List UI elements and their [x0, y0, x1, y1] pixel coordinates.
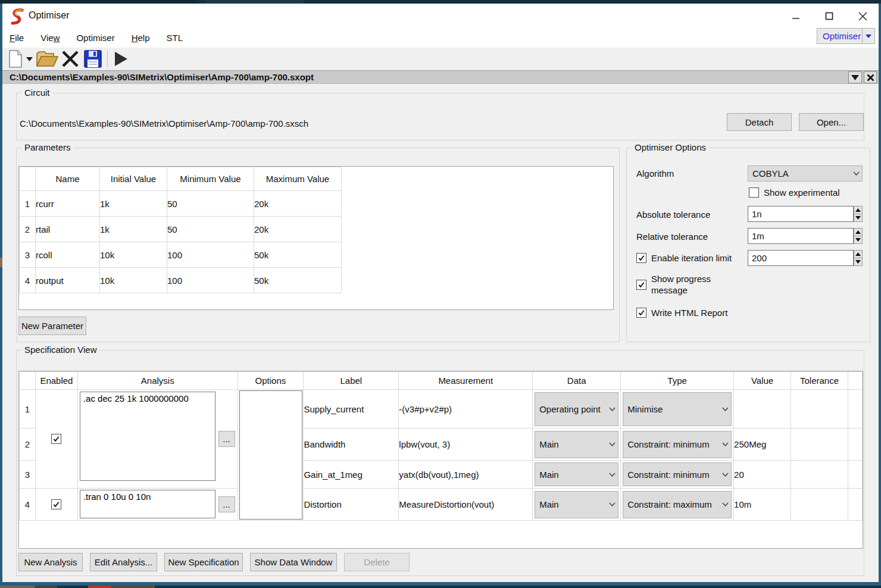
param-name-cell[interactable]: rtail [36, 217, 100, 242]
spec-col-type: Type [621, 372, 734, 390]
data-dropdown[interactable]: Main [535, 462, 618, 486]
type-dropdown[interactable]: Minimise [623, 392, 732, 426]
param-initial-cell[interactable]: 10k [100, 242, 167, 268]
show-experimental-checkbox[interactable] [749, 187, 759, 198]
param-name-cell[interactable]: rcurr [36, 191, 100, 217]
absolute-tolerance-input[interactable] [748, 206, 854, 222]
absolute-tolerance-spinner[interactable] [854, 206, 863, 222]
new-file-button[interactable] [7, 49, 24, 68]
spec-label-cell[interactable]: Bandwidth [304, 429, 399, 461]
param-min-cell[interactable]: 100 [167, 268, 254, 293]
param-max-cell[interactable]: 20k [254, 217, 342, 242]
toolbar-separator [107, 51, 108, 67]
spin-up-icon[interactable] [854, 206, 863, 214]
spec-measurement-cell[interactable]: lpbw(vout, 3) [399, 429, 533, 461]
show-data-window-button[interactable]: Show Data Window [250, 553, 337, 571]
analysis2-textarea[interactable]: .tran 0 10u 0 10n [80, 490, 215, 518]
detach-button[interactable]: Detach [727, 113, 792, 131]
param-max-cell[interactable]: 20k [254, 191, 342, 217]
open-circuit-button[interactable]: Open... [799, 113, 864, 131]
maximize-icon [824, 11, 834, 21]
spec-tolerance-cell[interactable] [791, 429, 848, 461]
algorithm-dropdown[interactable]: COBYLA [748, 165, 863, 182]
param-initial-cell[interactable]: 1k [100, 217, 167, 242]
data-dropdown[interactable]: Operating point [535, 392, 618, 426]
data-dropdown[interactable]: Main [535, 431, 618, 458]
maximize-button[interactable] [824, 11, 835, 21]
close-button[interactable] [857, 11, 868, 21]
relative-tolerance-spinner[interactable] [854, 228, 863, 244]
menu-optimiser[interactable]: Optimiser [76, 33, 114, 43]
spec-value-cell[interactable]: 250Meg [734, 429, 791, 461]
param-max-cell[interactable]: 50k [254, 242, 342, 268]
spec-tolerance-cell[interactable] [791, 489, 848, 521]
spec-measurement-cell[interactable]: yatx(db(vout),1meg) [399, 461, 533, 489]
delete-button[interactable] [60, 49, 80, 68]
data-dropdown[interactable]: Main [535, 491, 618, 518]
absolute-tolerance-label: Absolute tolerance [636, 209, 710, 220]
param-name-cell[interactable]: routput [36, 268, 100, 293]
analysis1-enabled-checkbox[interactable] [51, 434, 61, 444]
spec-label-cell[interactable]: Gain_at_1meg [304, 461, 399, 489]
menu-view[interactable]: View [40, 33, 60, 43]
new-parameter-button[interactable]: New Parameter [18, 317, 86, 335]
open-button[interactable] [35, 49, 59, 68]
window-selector-combo[interactable]: Optimiser [817, 28, 875, 44]
chevron-down-icon [606, 442, 618, 446]
spin-down-icon[interactable] [854, 236, 863, 244]
new-file-dropdown-button[interactable] [25, 49, 33, 68]
spec-label-cell[interactable]: Supply_current [304, 390, 399, 429]
iteration-limit-checkbox[interactable] [636, 253, 646, 263]
edit-analysis-button[interactable]: Edit Analysis... [90, 553, 157, 571]
spin-down-icon[interactable] [854, 258, 863, 266]
options-box[interactable] [239, 390, 302, 520]
param-name-cell[interactable]: rcoll [36, 242, 100, 268]
spec-value-cell[interactable] [734, 390, 791, 429]
menu-stl[interactable]: STL [167, 33, 183, 43]
analysis1-browse-button[interactable]: ... [218, 431, 235, 447]
param-initial-cell[interactable]: 10k [100, 268, 167, 293]
minimize-button[interactable] [791, 11, 801, 21]
param-min-cell[interactable]: 50 [167, 191, 254, 217]
document-close-button[interactable] [864, 71, 877, 83]
iteration-limit-spinner[interactable] [854, 250, 863, 266]
show-progress-checkbox[interactable] [636, 280, 646, 290]
param-min-cell[interactable]: 100 [167, 242, 254, 268]
iteration-limit-input[interactable] [748, 250, 854, 266]
type-dropdown[interactable]: Constraint: minimum [623, 431, 732, 458]
write-html-checkbox[interactable] [636, 308, 646, 318]
param-initial-cell[interactable]: 1k [100, 191, 167, 217]
new-specification-button[interactable]: New Specification [164, 553, 243, 571]
save-button[interactable] [83, 49, 103, 68]
document-restore-button[interactable] [848, 71, 862, 83]
analysis2-browse-button[interactable]: ... [218, 496, 235, 512]
menu-file[interactable]: File [10, 33, 24, 43]
spin-down-icon[interactable] [854, 214, 863, 222]
spec-tolerance-cell[interactable] [791, 390, 848, 429]
spin-up-icon[interactable] [854, 228, 863, 236]
save-floppy-icon [84, 50, 102, 68]
spec-value-cell[interactable]: 20 [734, 461, 791, 489]
spec-data-cell: Operating point [533, 390, 621, 429]
new-analysis-button[interactable]: New Analysis [18, 553, 83, 571]
analysis1-textarea[interactable]: .ac dec 25 1k 1000000000 [80, 392, 215, 481]
show-experimental-label: Show experimental [764, 187, 840, 198]
spec-type-cell: Constraint: minimum [621, 429, 734, 461]
spec-tolerance-cell[interactable] [791, 461, 848, 489]
run-button[interactable] [112, 49, 130, 68]
open-folder-icon [36, 51, 58, 67]
spec-measurement-cell[interactable]: MeasureDistortion(vout) [399, 489, 533, 521]
menu-help[interactable]: Help [132, 33, 150, 43]
type-dropdown[interactable]: Constraint: minimum [623, 462, 732, 486]
param-max-cell[interactable]: 50k [254, 268, 342, 293]
analysis2-enabled-checkbox[interactable] [51, 499, 61, 509]
combo-dropdown-icon[interactable] [863, 34, 874, 39]
relative-tolerance-input[interactable] [748, 228, 854, 244]
spec-filler-cell [848, 429, 862, 461]
spin-up-icon[interactable] [854, 250, 863, 258]
param-min-cell[interactable]: 50 [167, 217, 254, 242]
spec-value-cell[interactable]: 10m [734, 489, 791, 521]
type-dropdown[interactable]: Constraint: maximum [623, 491, 732, 518]
spec-label-cell[interactable]: Distortion [304, 489, 399, 521]
spec-measurement-cell[interactable]: -(v3#p+v2#p) [399, 390, 533, 429]
